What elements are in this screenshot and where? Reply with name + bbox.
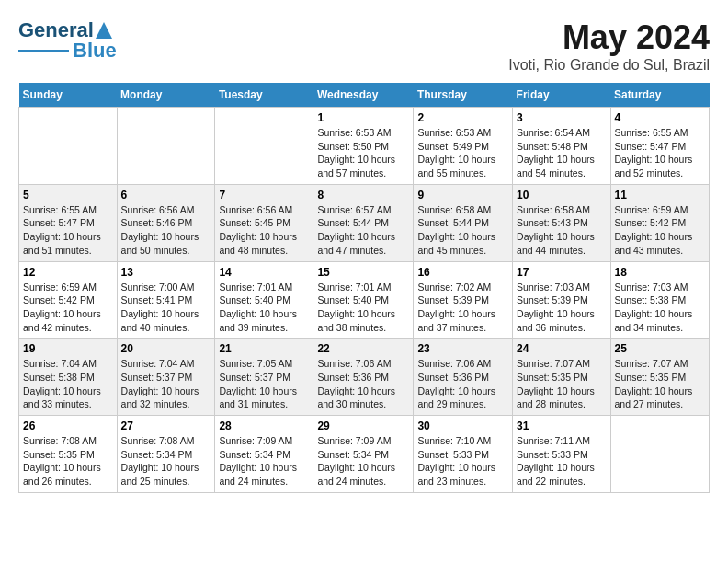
day-cell: 9Sunrise: 6:58 AM Sunset: 5:44 PM Daylig…	[414, 184, 513, 261]
week-row-2: 5Sunrise: 6:55 AM Sunset: 5:47 PM Daylig…	[19, 184, 710, 261]
day-number: 6	[121, 189, 211, 201]
day-number: 29	[317, 419, 409, 432]
week-row-1: 1Sunrise: 6:53 AM Sunset: 5:50 PM Daylig…	[19, 108, 710, 185]
day-cell	[215, 108, 313, 185]
day-cell: 25Sunrise: 7:07 AM Sunset: 5:35 PM Dayli…	[610, 339, 709, 416]
day-number: 22	[317, 342, 409, 355]
weekday-header-friday: Friday	[513, 83, 610, 108]
day-cell: 28Sunrise: 7:09 AM Sunset: 5:34 PM Dayli…	[215, 416, 313, 493]
day-info: Sunrise: 7:08 AM Sunset: 5:34 PM Dayligh…	[121, 434, 211, 488]
week-row-3: 12Sunrise: 6:59 AM Sunset: 5:42 PM Dayli…	[19, 261, 710, 339]
weekday-header-wednesday: Wednesday	[313, 83, 414, 108]
day-cell: 13Sunrise: 7:00 AM Sunset: 5:41 PM Dayli…	[117, 261, 215, 339]
day-number: 4	[615, 111, 705, 124]
day-cell: 12Sunrise: 6:59 AM Sunset: 5:42 PM Dayli…	[19, 261, 118, 339]
day-cell: 15Sunrise: 7:01 AM Sunset: 5:40 PM Dayli…	[313, 261, 414, 339]
day-info: Sunrise: 6:55 AM Sunset: 5:47 PM Dayligh…	[615, 126, 705, 180]
day-cell: 18Sunrise: 7:03 AM Sunset: 5:38 PM Dayli…	[610, 261, 709, 339]
day-info: Sunrise: 7:10 AM Sunset: 5:33 PM Dayligh…	[417, 434, 508, 488]
day-cell: 17Sunrise: 7:03 AM Sunset: 5:39 PM Dayli…	[513, 261, 610, 339]
day-number: 12	[23, 266, 113, 279]
day-cell: 30Sunrise: 7:10 AM Sunset: 5:33 PM Dayli…	[414, 416, 513, 493]
day-cell: 7Sunrise: 6:56 AM Sunset: 5:45 PM Daylig…	[215, 184, 313, 261]
weekday-header-sunday: Sunday	[19, 83, 118, 108]
weekday-header-thursday: Thursday	[414, 83, 513, 108]
day-number: 21	[219, 342, 309, 355]
day-info: Sunrise: 7:03 AM Sunset: 5:39 PM Dayligh…	[517, 281, 606, 335]
day-number: 16	[417, 266, 508, 279]
weekday-header-tuesday: Tuesday	[215, 83, 313, 108]
logo-line	[18, 50, 69, 52]
day-number: 1	[317, 111, 409, 124]
week-row-5: 26Sunrise: 7:08 AM Sunset: 5:35 PM Dayli…	[19, 416, 710, 493]
day-number: 23	[417, 342, 508, 355]
day-number: 8	[317, 189, 409, 201]
day-number: 25	[615, 342, 705, 355]
logo-blue: Blue	[73, 39, 117, 63]
day-cell: 1Sunrise: 6:53 AM Sunset: 5:50 PM Daylig…	[313, 108, 414, 185]
day-cell: 6Sunrise: 6:56 AM Sunset: 5:46 PM Daylig…	[117, 184, 215, 261]
weekday-header-saturday: Saturday	[610, 83, 709, 108]
day-number: 13	[121, 266, 211, 279]
day-info: Sunrise: 6:53 AM Sunset: 5:50 PM Dayligh…	[317, 126, 409, 180]
day-number: 11	[615, 189, 705, 201]
day-info: Sunrise: 6:54 AM Sunset: 5:48 PM Dayligh…	[517, 126, 606, 180]
day-info: Sunrise: 7:11 AM Sunset: 5:33 PM Dayligh…	[517, 434, 606, 488]
day-cell: 14Sunrise: 7:01 AM Sunset: 5:40 PM Dayli…	[215, 261, 313, 339]
calendar-subtitle: Ivoti, Rio Grande do Sul, Brazil	[508, 57, 710, 74]
day-info: Sunrise: 7:06 AM Sunset: 5:36 PM Dayligh…	[417, 357, 508, 411]
day-info: Sunrise: 7:02 AM Sunset: 5:39 PM Dayligh…	[417, 281, 508, 335]
day-info: Sunrise: 7:08 AM Sunset: 5:35 PM Dayligh…	[23, 434, 113, 488]
weekday-header-row: SundayMondayTuesdayWednesdayThursdayFrid…	[19, 83, 710, 108]
day-cell: 5Sunrise: 6:55 AM Sunset: 5:47 PM Daylig…	[19, 184, 118, 261]
day-number: 3	[517, 111, 606, 124]
day-info: Sunrise: 6:59 AM Sunset: 5:42 PM Dayligh…	[615, 203, 705, 258]
day-info: Sunrise: 6:55 AM Sunset: 5:47 PM Dayligh…	[23, 203, 113, 258]
day-number: 24	[517, 342, 606, 355]
week-row-4: 19Sunrise: 7:04 AM Sunset: 5:38 PM Dayli…	[19, 339, 710, 416]
day-number: 26	[23, 419, 113, 432]
day-number: 5	[23, 189, 113, 201]
day-cell: 23Sunrise: 7:06 AM Sunset: 5:36 PM Dayli…	[414, 339, 513, 416]
day-info: Sunrise: 7:00 AM Sunset: 5:41 PM Dayligh…	[121, 281, 211, 335]
day-number: 7	[219, 189, 309, 201]
day-cell	[117, 108, 215, 185]
day-number: 9	[417, 189, 508, 201]
day-cell: 22Sunrise: 7:06 AM Sunset: 5:36 PM Dayli…	[313, 339, 414, 416]
day-info: Sunrise: 6:56 AM Sunset: 5:46 PM Dayligh…	[121, 203, 211, 258]
day-info: Sunrise: 7:06 AM Sunset: 5:36 PM Dayligh…	[317, 357, 409, 411]
title-block: May 2024 Ivoti, Rio Grande do Sul, Brazi…	[508, 18, 710, 74]
day-info: Sunrise: 7:03 AM Sunset: 5:38 PM Dayligh…	[615, 281, 705, 335]
day-info: Sunrise: 6:59 AM Sunset: 5:42 PM Dayligh…	[23, 281, 113, 335]
day-cell: 11Sunrise: 6:59 AM Sunset: 5:42 PM Dayli…	[610, 184, 709, 261]
day-cell: 27Sunrise: 7:08 AM Sunset: 5:34 PM Dayli…	[117, 416, 215, 493]
day-number: 31	[517, 419, 606, 432]
day-number: 14	[219, 266, 309, 279]
day-info: Sunrise: 6:57 AM Sunset: 5:44 PM Dayligh…	[317, 203, 409, 258]
calendar-title: May 2024	[508, 18, 710, 57]
day-cell: 21Sunrise: 7:05 AM Sunset: 5:37 PM Dayli…	[215, 339, 313, 416]
day-number: 28	[219, 419, 309, 432]
day-number: 30	[417, 419, 508, 432]
day-number: 27	[121, 419, 211, 432]
day-info: Sunrise: 6:58 AM Sunset: 5:44 PM Dayligh…	[417, 203, 508, 258]
day-cell: 16Sunrise: 7:02 AM Sunset: 5:39 PM Dayli…	[414, 261, 513, 339]
weekday-header-monday: Monday	[117, 83, 215, 108]
logo: General Blue	[18, 18, 117, 63]
day-cell: 10Sunrise: 6:58 AM Sunset: 5:43 PM Dayli…	[513, 184, 610, 261]
day-number: 2	[417, 111, 508, 124]
day-cell	[19, 108, 118, 185]
day-number: 20	[121, 342, 211, 355]
day-cell: 24Sunrise: 7:07 AM Sunset: 5:35 PM Dayli…	[513, 339, 610, 416]
day-info: Sunrise: 7:07 AM Sunset: 5:35 PM Dayligh…	[615, 357, 705, 411]
day-cell: 4Sunrise: 6:55 AM Sunset: 5:47 PM Daylig…	[610, 108, 709, 185]
day-info: Sunrise: 6:53 AM Sunset: 5:49 PM Dayligh…	[417, 126, 508, 180]
calendar-table: SundayMondayTuesdayWednesdayThursdayFrid…	[18, 83, 710, 493]
day-info: Sunrise: 6:56 AM Sunset: 5:45 PM Dayligh…	[219, 203, 309, 258]
day-cell: 29Sunrise: 7:09 AM Sunset: 5:34 PM Dayli…	[313, 416, 414, 493]
day-info: Sunrise: 7:04 AM Sunset: 5:37 PM Dayligh…	[121, 357, 211, 411]
day-info: Sunrise: 6:58 AM Sunset: 5:43 PM Dayligh…	[517, 203, 606, 258]
svg-marker-0	[96, 22, 112, 39]
page-header: General Blue May 2024 Ivoti, Rio Grande …	[18, 18, 710, 74]
day-info: Sunrise: 7:09 AM Sunset: 5:34 PM Dayligh…	[317, 434, 409, 488]
